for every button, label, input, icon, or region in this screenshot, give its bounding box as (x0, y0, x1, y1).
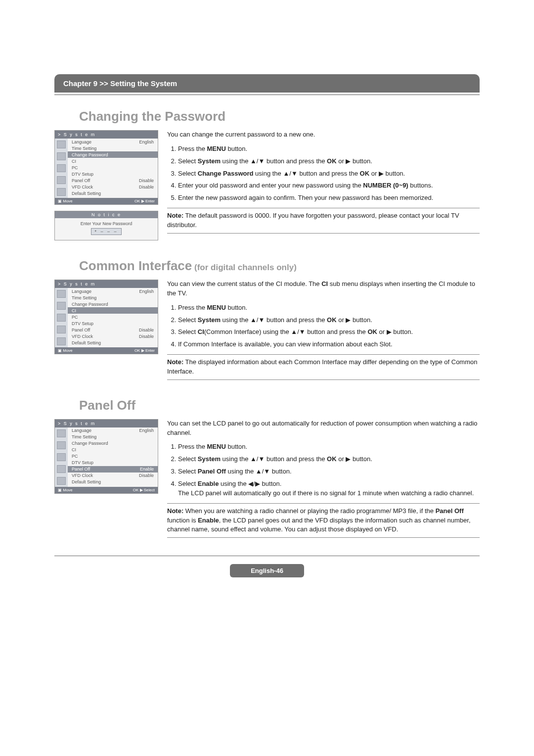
menu-category-icon (57, 477, 66, 485)
chapter-underline (54, 94, 480, 95)
note-block: Note: The displayed information about ea… (167, 354, 480, 380)
osd-item-label: PC (72, 315, 78, 320)
step-item: Select Panel Off using the ▲/▼ button. (178, 467, 480, 476)
osd-item-label: Time Setting (72, 295, 96, 300)
osd-item-label: DTV Setup (72, 321, 93, 326)
osd-item-label: PC (72, 165, 78, 170)
osd-header: > S y s t e m (55, 131, 158, 139)
osd-menu-item: Change Password (68, 151, 158, 158)
page-rule (54, 556, 480, 556)
osd-item-label: Change Password (72, 152, 108, 157)
osd-menu-item: Change Password (68, 440, 158, 447)
section-intro: You can set the LCD panel to go out auto… (167, 419, 480, 438)
osd-header: > S y s t e m (55, 280, 158, 288)
menu-category-icon (57, 141, 66, 148)
menu-category-icon (57, 152, 66, 160)
menu-category-icon (57, 326, 66, 333)
osd-icon-column (55, 139, 68, 198)
osd-item-value: Disable (139, 185, 154, 189)
osd-item-label: Language (72, 140, 91, 144)
password-field: * – – – (91, 228, 121, 235)
menu-category-icon (57, 302, 66, 310)
menu-category-icon (57, 429, 66, 437)
osd-item-label: Change Password (72, 302, 108, 307)
page: Chapter 9 >> Setting the System Changing… (0, 0, 534, 607)
osd-menu-item: CI (68, 447, 158, 453)
osd-footer: ▣ MoveOK ▶ Enter (55, 198, 158, 204)
step-item: Press the MENU button. (178, 144, 480, 154)
osd-item-label: DTV Setup (72, 172, 93, 177)
osd-menu-item: LanguageEnglish (68, 288, 158, 294)
step-item: Enter the new password again to confirm.… (178, 193, 480, 203)
section-changing-password: Changing the Password > S y s t e mLangu… (54, 109, 480, 240)
osd-item-label: VFD Clock (72, 334, 93, 339)
section-title: Panel Off (79, 398, 480, 413)
osd-item-label: Default Setting (72, 340, 101, 345)
osd-menu-item: Panel OffEnable (68, 466, 158, 472)
menu-category-icon (57, 164, 66, 172)
step-item: Select System using the ▲/▼ button and p… (178, 455, 480, 464)
osd-item-label: PC (72, 454, 78, 459)
chapter-bar: Chapter 9 >> Setting the System (54, 74, 480, 93)
osd-header: > S y s t e m (55, 420, 158, 427)
section-intro: You can view the current status of the C… (167, 280, 480, 298)
osd-item-label: Time Setting (72, 434, 96, 439)
osd-hint-enter: OK ▶ Enter (134, 348, 155, 353)
menu-category-icon (57, 314, 66, 322)
osd-menu-item: CI (68, 307, 158, 314)
osd-menu-item: DTV Setup (68, 171, 158, 177)
osd-item-value: English (139, 289, 154, 294)
osd-hint-move: ▣ Move (58, 488, 73, 492)
step-item: Enter your old password and enter your n… (178, 181, 480, 190)
osd-item-value: Disable (139, 178, 154, 183)
osd-item-label: CI (72, 447, 76, 452)
steps-list: Press the MENU button.Select System usin… (167, 303, 480, 349)
section-title: Common Interface (for digital channels o… (79, 258, 480, 274)
osd-menu-item: VFD ClockDisable (68, 184, 158, 190)
osd-item-label: Default Setting (72, 191, 101, 196)
osd-menu-item: Time Setting (68, 294, 158, 301)
osd-menu-item: Panel OffDisable (68, 177, 158, 184)
osd-hint-move: ▣ Move (58, 348, 73, 353)
osd-menu-item: VFD ClockDisable (68, 472, 158, 479)
osd-menu-item: PC (68, 453, 158, 460)
osd-item-value: Disable (139, 473, 154, 478)
step-item: If Common Interface is available, you ca… (178, 340, 480, 349)
osd-item-label: CI (72, 159, 76, 164)
osd-item-label: Change Password (72, 441, 108, 446)
osd-menu-item: PC (68, 164, 158, 171)
menu-category-icon (57, 453, 66, 461)
osd-item-label: Language (72, 428, 91, 433)
osd-menu-item: LanguageEnglish (68, 139, 158, 145)
osd-menu-item: Default Setting (68, 339, 158, 346)
osd-item-value: Disable (139, 328, 154, 332)
section-subtitle: (for digital channels only) (192, 263, 297, 272)
osd-menu-item: DTV Setup (68, 460, 158, 466)
menu-category-icon (57, 465, 66, 473)
osd-item-label: Panel Off (72, 328, 90, 332)
osd-item-label: Time Setting (72, 146, 96, 151)
section-title: Changing the Password (79, 109, 480, 124)
osd-menu-item: Default Setting (68, 479, 158, 485)
menu-category-icon (57, 176, 66, 184)
osd-screenshot: > S y s t e mLanguageEnglishTime Setting… (54, 419, 158, 494)
osd-item-value: Disable (139, 334, 154, 339)
section-intro: You can change the current password to a… (167, 130, 480, 140)
step-item: Select CI(Common Interface) using the ▲/… (178, 328, 480, 337)
step-item: Press the MENU button. (178, 303, 480, 313)
section-title-main: Common Interface (79, 258, 192, 273)
note-block: Note: When you are watching a radio chan… (167, 503, 480, 538)
osd-item-label: Panel Off (72, 178, 90, 183)
notice-screenshot: N o t i c e Enter Your New Password * – … (54, 211, 158, 240)
notice-line: Enter Your New Password (57, 221, 156, 226)
osd-menu-item: CI (68, 158, 158, 164)
steps-list: Press the MENU button.Select System usin… (167, 442, 480, 498)
osd-icon-column (55, 427, 68, 487)
osd-screenshot: > S y s t e mLanguageEnglishTime Setting… (54, 130, 158, 205)
step-item: Select System using the ▲/▼ button and p… (178, 157, 480, 166)
menu-category-icon (57, 441, 66, 449)
osd-item-label: CI (72, 308, 76, 313)
osd-item-value: Enable (140, 467, 154, 472)
notice-title: N o t i c e (55, 211, 158, 218)
osd-item-value: English (139, 428, 154, 433)
